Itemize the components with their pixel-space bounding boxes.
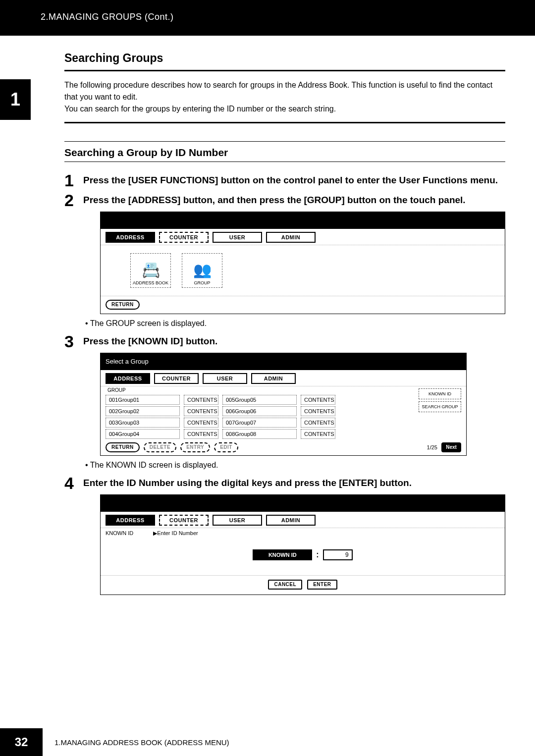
group-cell-001[interactable]: 001Group01 [106, 395, 180, 405]
panel-b-titlebar: Select a Group [101, 353, 466, 370]
intro-paragraph-2: You can search for the groups by enterin… [64, 103, 505, 115]
step-3-text: Press the [KNOWN ID] button. [83, 333, 217, 350]
enter-id-prompt: ▶Enter ID Number [153, 530, 198, 537]
panel-a-return-row: RETURN [101, 296, 505, 314]
contents-button-2r[interactable]: CONTENTS [301, 406, 335, 416]
address-book-button[interactable]: 📇 ADDRESS BOOK [130, 253, 171, 288]
cancel-button[interactable]: CANCEL [268, 580, 302, 590]
group-label: GROUP [194, 280, 210, 285]
known-id-label: KNOWN ID [253, 549, 312, 560]
section-rule-bottom [64, 122, 505, 123]
group-cell-003[interactable]: 003Group03 [106, 418, 180, 428]
step-1-number: 1 [64, 172, 76, 189]
tab-admin[interactable]: ADMIN [266, 232, 316, 243]
panel-c-input-row: KNOWN ID : 9 [101, 539, 505, 576]
colon-separator: : [316, 550, 319, 559]
subsection-title: Searching a Group by ID Number [64, 147, 505, 159]
panel-b-bottom-row: RETURN DELETE ENTRY EDIT 1/25 Next [106, 440, 461, 452]
page-number: 32 [0, 728, 43, 756]
step-3: 3 Press the [KNOWN ID] button. [64, 333, 505, 350]
tab-counter-b[interactable]: COUNTER [154, 373, 199, 384]
step-1-text: Press the [USER FUNCTIONS] button on the… [83, 172, 498, 189]
subsection-rule-top [64, 141, 505, 142]
note-after-step-2-text: The GROUP screen is displayed. [90, 319, 207, 327]
section-title: Searching Groups [64, 52, 505, 65]
group-icon: 👥 [193, 261, 212, 278]
tab-address-c[interactable]: ADDRESS [106, 515, 155, 526]
step-4: 4 Enter the ID Number using the digital … [64, 475, 505, 491]
panel-a-tab-row: ADDRESS COUNTER USER ADMIN [101, 229, 505, 245]
step-2-number: 2 [64, 192, 76, 209]
group-row-1: 001Group01 CONTENTS 005Group05 CONTENTS [106, 395, 419, 405]
panel-b-tab-row: ADDRESS COUNTER USER ADMIN [101, 370, 466, 386]
page-counter: 1/25 [427, 444, 437, 450]
tab-user[interactable]: USER [213, 232, 262, 243]
tab-counter-c[interactable]: COUNTER [159, 515, 209, 526]
screenshot-panel-a: ADDRESS COUNTER USER ADMIN 📇 ADDRESS BOO… [100, 212, 505, 314]
tab-address-b[interactable]: ADDRESS [106, 373, 150, 384]
contents-button-3l[interactable]: CONTENTS [184, 418, 218, 428]
panel-c-bottom-row: CANCEL ENTER [101, 576, 505, 594]
group-row-4: 004Group04 CONTENTS 008Group08 CONTENTS [106, 429, 419, 439]
panel-b-side-buttons: KNOWN ID SEARCH GROUP [419, 386, 461, 440]
tab-address[interactable]: ADDRESS [106, 232, 155, 243]
contents-button-1r[interactable]: CONTENTS [301, 395, 335, 405]
tab-user-c[interactable]: USER [213, 515, 262, 526]
tab-counter[interactable]: COUNTER [159, 232, 209, 243]
known-id-breadcrumb: KNOWN ID [106, 530, 133, 537]
panel-a-titlebar [101, 212, 505, 229]
page-header: 2.MANAGING GROUPS (Cont.) [0, 0, 535, 36]
screenshot-panel-b: Select a Group ADDRESS COUNTER USER ADMI… [100, 353, 467, 456]
group-row-2: 002Group02 CONTENTS 006Group06 CONTENTS [106, 406, 419, 416]
page-footer: 32 1.MANAGING ADDRESS BOOK (ADDRESS MENU… [0, 728, 229, 756]
step-1: 1 Press the [USER FUNCTIONS] button on t… [64, 172, 505, 189]
edit-button[interactable]: EDIT [214, 442, 238, 452]
id-number-input[interactable]: 9 [323, 549, 353, 560]
entry-button[interactable]: ENTRY [180, 442, 210, 452]
step-3-number: 3 [64, 333, 76, 350]
contents-button-1l[interactable]: CONTENTS [184, 395, 218, 405]
tab-admin-b[interactable]: ADMIN [251, 373, 296, 384]
step-2-text: Press the [ADDRESS] button, and then pre… [83, 192, 466, 209]
group-row-3: 003Group03 CONTENTS 007Group07 CONTENTS [106, 418, 419, 428]
content-area: Searching Groups The following procedure… [0, 36, 535, 595]
address-book-icon: 📇 [142, 261, 160, 278]
group-cell-002[interactable]: 002Group02 [106, 406, 180, 416]
next-button[interactable]: Next [441, 442, 461, 452]
return-button-b[interactable]: RETURN [106, 442, 140, 452]
contents-button-2l[interactable]: CONTENTS [184, 406, 218, 416]
note-after-step-2: • The GROUP screen is displayed. [64, 319, 505, 328]
section-rule-top [64, 70, 505, 71]
contents-button-4r[interactable]: CONTENTS [301, 429, 335, 439]
group-cell-006[interactable]: 006Group06 [222, 406, 297, 416]
group-cell-008[interactable]: 008Group08 [222, 429, 297, 439]
panel-c-info-row: KNOWN ID ▶Enter ID Number [101, 528, 505, 539]
note-after-step-3: • The KNOWN ID screen is displayed. [64, 461, 505, 470]
return-button[interactable]: RETURN [106, 300, 140, 310]
contents-button-4l[interactable]: CONTENTS [184, 429, 218, 439]
contents-button-3r[interactable]: CONTENTS [301, 418, 335, 428]
tab-user-b[interactable]: USER [203, 373, 247, 384]
group-cell-005[interactable]: 005Group05 [222, 395, 297, 405]
group-button[interactable]: 👥 GROUP [182, 253, 222, 288]
search-group-button[interactable]: SEARCH GROUP [419, 401, 461, 412]
panel-b-body: GROUP 001Group01 CONTENTS 005Group05 CON… [101, 386, 466, 455]
group-cell-004[interactable]: 004Group04 [106, 429, 180, 439]
note-after-step-3-text: The KNOWN ID screen is displayed. [90, 461, 218, 469]
panel-c-tab-row: ADDRESS COUNTER USER ADMIN [101, 512, 505, 528]
breadcrumb-text: 2.MANAGING GROUPS (Cont.) [41, 12, 174, 22]
step-2: 2 Press the [ADDRESS] button, and then p… [64, 192, 505, 209]
group-column-label: GROUP [106, 386, 419, 395]
enter-button[interactable]: ENTER [307, 580, 337, 590]
tab-admin-c[interactable]: ADMIN [266, 515, 316, 526]
step-4-text: Enter the ID Number using the digital ke… [83, 475, 412, 491]
address-book-label: ADDRESS BOOK [133, 280, 168, 285]
panel-c-titlebar [101, 495, 505, 512]
group-cell-007[interactable]: 007Group07 [222, 418, 297, 428]
subsection-rule-bottom [64, 162, 505, 162]
footer-text: 1.MANAGING ADDRESS BOOK (ADDRESS MENU) [43, 738, 229, 747]
delete-button[interactable]: DELETE [144, 442, 176, 452]
known-id-button[interactable]: KNOWN ID [419, 388, 461, 399]
step-4-number: 4 [64, 475, 76, 491]
screenshot-panel-c: ADDRESS COUNTER USER ADMIN KNOWN ID ▶Ent… [100, 494, 505, 595]
